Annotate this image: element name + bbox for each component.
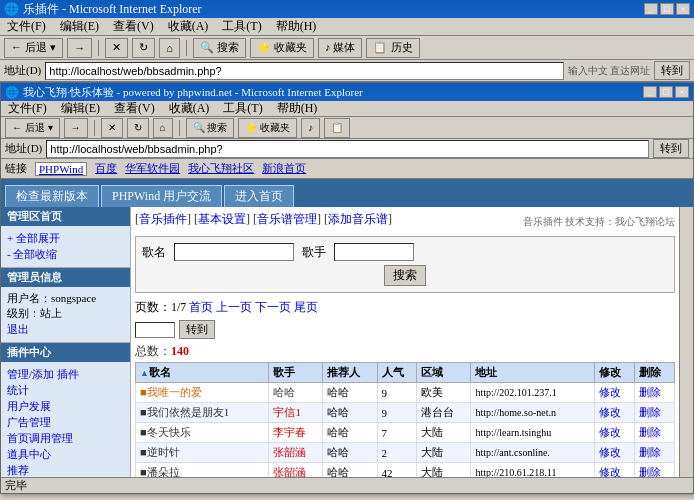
edit-link[interactable]: 修改 <box>599 466 621 477</box>
delete-link[interactable]: 删除 <box>639 446 661 458</box>
menu-help[interactable]: 帮助(H) <box>273 17 320 36</box>
maximize-button[interactable]: □ <box>660 3 674 15</box>
jump-button[interactable]: 转到 <box>179 320 215 339</box>
sidebar-collapse-all[interactable]: - 全部收缩 <box>7 247 124 262</box>
scrollbar[interactable] <box>679 207 693 477</box>
inner-menu-favorites[interactable]: 收藏(A) <box>166 99 213 118</box>
sidebar-expand-all[interactable]: + 全部展开 <box>7 231 124 246</box>
delete-link[interactable]: 删除 <box>639 406 661 418</box>
song-link[interactable]: ■我们依然是朋友1 <box>140 406 229 418</box>
menu-file[interactable]: 文件(F) <box>4 17 49 36</box>
inner-menu-tools[interactable]: 工具(T) <box>220 99 265 118</box>
link-baidu[interactable]: 百度 <box>95 161 117 176</box>
cell-edit: 修改 <box>595 423 635 443</box>
menu-view[interactable]: 查看(V) <box>110 17 157 36</box>
forward-button[interactable]: → <box>67 38 92 58</box>
song-link[interactable]: ■我唯一的爱 <box>140 386 202 398</box>
close-button[interactable]: × <box>676 3 690 15</box>
search-button[interactable]: 🔍 搜索 <box>193 38 246 58</box>
delete-link[interactable]: 删除 <box>639 426 661 438</box>
address-input[interactable] <box>45 62 563 80</box>
edit-link[interactable]: 修改 <box>599 426 621 438</box>
inner-menu-edit[interactable]: 编辑(E) <box>58 99 103 118</box>
inner-go-button[interactable]: 转到 <box>653 139 689 158</box>
link-xinlang[interactable]: 新浪首页 <box>262 161 306 176</box>
logout-link[interactable]: 退出 <box>7 322 124 337</box>
next-page-link[interactable]: 下一页 <box>255 300 291 314</box>
artist-link[interactable]: 李宇春 <box>273 426 306 438</box>
outer-toolbar: ← 后退 ▾ → ✕ ↻ ⌂ 🔍 搜索 ⭐ 收藏夹 ♪ 媒体 📋 历史 <box>0 36 694 60</box>
page-number-input[interactable] <box>135 322 175 338</box>
back-button[interactable]: ← 后退 ▾ <box>4 38 63 58</box>
inner-refresh-button[interactable]: ↻ <box>127 118 149 138</box>
delete-link[interactable]: 删除 <box>639 466 661 477</box>
breadcrumb-music-mgmt[interactable]: 音乐谱管理 <box>257 212 317 226</box>
media-button[interactable]: ♪ 媒体 <box>318 38 363 58</box>
sidebar-user-dev[interactable]: 用户发展 <box>7 399 124 414</box>
sidebar-section-plugins: 插件中心 管理/添加 插件 统计 用户发展 广告管理 首页调用管理 道具中心 推… <box>1 343 130 477</box>
stop-button[interactable]: ✕ <box>105 38 128 58</box>
song-link[interactable]: ■逆时针 <box>140 446 180 458</box>
artist-link[interactable]: 张韶涵 <box>273 466 306 477</box>
breadcrumb-basic[interactable]: 基本设置 <box>198 212 246 226</box>
menu-tools[interactable]: 工具(T) <box>219 17 264 36</box>
artist-link[interactable]: 哈哈 <box>273 386 295 398</box>
first-page-link[interactable]: 首页 <box>189 300 213 314</box>
last-page-link[interactable]: 尾页 <box>294 300 318 314</box>
inner-menu-file[interactable]: 文件(F) <box>5 99 50 118</box>
tab-phpwind-exchange[interactable]: PHPWind 用户交流 <box>101 185 222 207</box>
artist-link[interactable]: 张韶涵 <box>273 446 306 458</box>
inner-menu-view[interactable]: 查看(V) <box>111 99 158 118</box>
song-link[interactable]: ■潘朵拉 <box>140 466 180 477</box>
inner-home-button[interactable]: ⌂ <box>153 118 173 138</box>
go-button[interactable]: 转到 <box>654 61 690 80</box>
prev-page-link[interactable]: 上一页 <box>216 300 252 314</box>
history-button[interactable]: 📋 历史 <box>366 38 419 58</box>
menu-favorites[interactable]: 收藏(A) <box>165 17 212 36</box>
inner-address-input[interactable] <box>46 140 649 158</box>
inner-stop-button[interactable]: ✕ <box>101 118 123 138</box>
song-search-input[interactable] <box>174 243 294 261</box>
minimize-button[interactable]: _ <box>644 3 658 15</box>
sidebar-ads[interactable]: 广告管理 <box>7 415 124 430</box>
link-woxin[interactable]: 我心飞翔社区 <box>188 161 254 176</box>
artist-search-input[interactable] <box>334 243 414 261</box>
search-button[interactable]: 搜索 <box>384 265 426 286</box>
inner-forward-button[interactable]: → <box>64 118 88 138</box>
sidebar-stats[interactable]: 统计 <box>7 383 124 398</box>
sidebar-tools[interactable]: 道具中心 <box>7 447 124 462</box>
menu-edit[interactable]: 编辑(E) <box>57 17 102 36</box>
admin-username: 用户名：songspace <box>7 291 124 306</box>
table-row: ■我唯一的爱 哈哈 哈哈 9 欧美 http://202.101.237.1 修… <box>136 383 675 403</box>
sidebar-manage-plugins[interactable]: 管理/添加 插件 <box>7 367 124 382</box>
outer-menu-bar: 文件(F) 编辑(E) 查看(V) 收藏(A) 工具(T) 帮助(H) <box>0 18 694 36</box>
inner-close-button[interactable]: × <box>675 86 689 98</box>
link-huajun[interactable]: 华军软件园 <box>125 161 180 176</box>
delete-link[interactable]: 删除 <box>639 386 661 398</box>
sidebar-homepage-mgmt[interactable]: 首页调用管理 <box>7 431 124 446</box>
inner-search-button[interactable]: 🔍 搜索 <box>186 118 235 138</box>
breadcrumb-music[interactable]: 音乐插件 <box>139 212 187 226</box>
home-button[interactable]: ⌂ <box>159 38 180 58</box>
nav-tabs-row: 检查最新版本 PHPWind 用户交流 进入首页 <box>1 179 693 207</box>
edit-link[interactable]: 修改 <box>599 446 621 458</box>
inner-history-button[interactable]: 📋 <box>324 118 350 138</box>
inner-minimize-button[interactable]: _ <box>643 86 657 98</box>
favorites-button[interactable]: ⭐ 收藏夹 <box>250 38 314 58</box>
breadcrumb-add[interactable]: 添加音乐谱 <box>328 212 388 226</box>
edit-link[interactable]: 修改 <box>599 406 621 418</box>
link-phpwind[interactable]: PHPWind <box>35 162 87 176</box>
inner-maximize-button[interactable]: □ <box>659 86 673 98</box>
cell-recommender: 哈哈 <box>323 403 377 423</box>
inner-favorites-button[interactable]: ⭐ 收藏夹 <box>238 118 297 138</box>
tab-check-version[interactable]: 检查最新版本 <box>5 185 99 207</box>
edit-link[interactable]: 修改 <box>599 386 621 398</box>
refresh-button[interactable]: ↻ <box>132 38 155 58</box>
inner-media-button[interactable]: ♪ <box>301 118 320 138</box>
song-link[interactable]: ■冬天快乐 <box>140 426 191 438</box>
inner-menu-help[interactable]: 帮助(H) <box>274 99 321 118</box>
inner-back-button[interactable]: ← 后退 ▾ <box>5 118 60 138</box>
sidebar-recommend[interactable]: 推荐 <box>7 463 124 477</box>
tab-enter-home[interactable]: 进入首页 <box>224 185 294 207</box>
artist-link[interactable]: 宇信1 <box>273 406 301 418</box>
